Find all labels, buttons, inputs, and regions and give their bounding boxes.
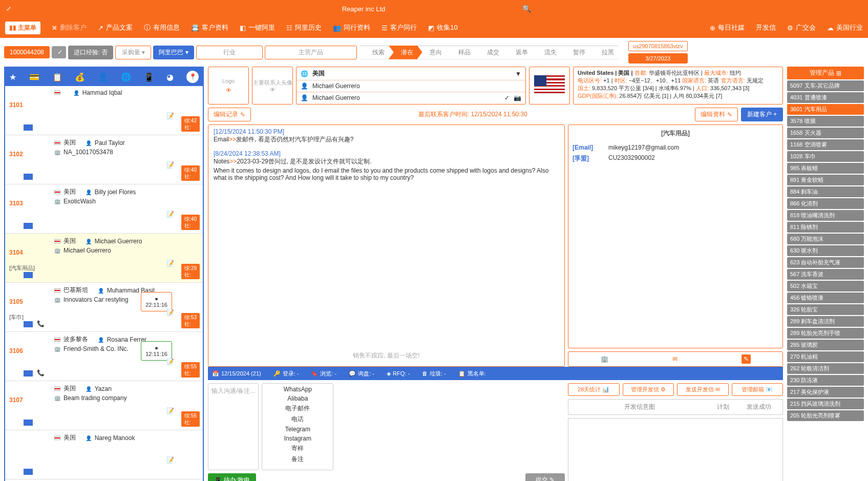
customer-entry[interactable]: 3101 Hammad Iqbal📝综:42社: bbox=[5, 86, 203, 135]
pipeline-stage[interactable]: 线索 bbox=[360, 46, 394, 59]
mail-icon[interactable] bbox=[24, 420, 33, 426]
globe-icon[interactable]: 🌐 bbox=[121, 72, 131, 82]
customer-entry[interactable]: 3107 美国 Yazan Beam trading company📝综:55社… bbox=[5, 381, 203, 430]
btn-send-dev[interactable]: 发送开发信 ✉ bbox=[677, 383, 729, 396]
product-item[interactable]: 3578 喷膜 bbox=[787, 116, 864, 127]
btn-manage-mail[interactable]: 管理邮箱 📧 bbox=[732, 383, 784, 396]
mail-icon[interactable]: ✉ bbox=[672, 355, 678, 363]
mail-icon[interactable] bbox=[24, 174, 33, 180]
mail-icon[interactable] bbox=[24, 370, 33, 377]
product-item[interactable]: 985 表板蜡 bbox=[787, 163, 864, 174]
product-item[interactable]: 205 轮胎光亮剂喷雾 bbox=[787, 410, 864, 421]
menu-ali[interactable]: ◧ 一键阿里 bbox=[240, 23, 275, 32]
filter-mainproduct[interactable]: 主营产品 bbox=[265, 46, 357, 59]
clipboard-icon[interactable]: 📋 bbox=[52, 72, 62, 82]
strip-login[interactable]: 🔑 登录: - bbox=[273, 370, 299, 378]
mail-icon[interactable] bbox=[24, 272, 33, 278]
strip-spam[interactable]: 🗑 垃圾: - bbox=[422, 370, 446, 378]
product-item[interactable]: 680 万能泡沫 bbox=[787, 234, 864, 244]
camera-icon[interactable]: 📷 bbox=[514, 94, 521, 101]
channel-option[interactable]: 电话 bbox=[264, 415, 331, 424]
building-icon[interactable]: 🏢 bbox=[601, 355, 608, 363]
mail-icon[interactable] bbox=[24, 321, 33, 327]
menu-collect[interactable]: ◩ 收集10 bbox=[428, 23, 457, 32]
star-icon[interactable]: ★ bbox=[9, 72, 16, 82]
product-item[interactable]: 1028 车巾 bbox=[787, 151, 864, 162]
note-icon[interactable]: 📝 bbox=[166, 358, 174, 365]
submit-button[interactable]: 提交 ✎ bbox=[525, 473, 565, 481]
product-item[interactable]: 285 玻璃胶 bbox=[787, 340, 864, 350]
customer-entry[interactable]: 美国 Nareg Manook📝 bbox=[5, 430, 203, 479]
strip-browse[interactable]: 🔖 浏览: - bbox=[311, 370, 336, 378]
phone-icon[interactable]: 📱 bbox=[144, 72, 154, 82]
channel-option[interactable]: Alibaba bbox=[264, 395, 331, 402]
product-item[interactable]: 230 防冻液 bbox=[787, 375, 864, 386]
channel-option[interactable]: 备注 bbox=[264, 455, 331, 464]
strip-inquiry[interactable]: 💬 询盘: - bbox=[349, 370, 374, 378]
product-item[interactable]: 630 驱水剂 bbox=[787, 245, 864, 256]
phone-icon[interactable]: 📞 bbox=[37, 320, 45, 327]
customer-entry[interactable]: 3104 美国 Michael Guerrero Michael Guerrer… bbox=[5, 234, 203, 283]
product-item[interactable]: 5097 叉车-其它品牌 bbox=[787, 80, 864, 91]
product-item[interactable]: 262 轮毂清洁剂 bbox=[787, 363, 864, 374]
strip-date[interactable]: 📅 12/15/2024 (21) bbox=[212, 370, 261, 377]
strip-rfq[interactable]: ◈ RFQ: - bbox=[387, 370, 410, 377]
menu-peer-cust[interactable]: ☰ 客户同行 bbox=[382, 23, 417, 32]
todo-button[interactable]: 📱 待办:致电 bbox=[208, 473, 256, 481]
phone-icon[interactable]: 📞 bbox=[37, 369, 45, 377]
channel-option[interactable]: Telegram bbox=[264, 426, 331, 433]
eye-icon[interactable]: 👁 bbox=[270, 87, 276, 93]
product-item[interactable]: 3601 汽车用品 bbox=[787, 104, 864, 115]
menu-daily[interactable]: ⊕ 每日社媒 bbox=[710, 23, 745, 32]
customer-entry[interactable]: 3102 美国 Paul Taylor NA_10017053478📝综:40社… bbox=[5, 135, 203, 184]
product-header[interactable]: 管理产品 ⊞ bbox=[787, 67, 864, 79]
main-menu-button[interactable]: ▮▮ 主菜单 bbox=[5, 22, 40, 34]
pie-icon[interactable]: ◕ bbox=[166, 72, 174, 82]
expand-icon[interactable]: ⤢ bbox=[6, 5, 11, 12]
note-icon[interactable]: 📝 bbox=[166, 260, 174, 267]
filter-purchase[interactable]: 采购量 ▾ bbox=[115, 46, 151, 59]
edit-icon[interactable]: ✎ bbox=[742, 354, 751, 364]
logo-box[interactable]: Logo👁 bbox=[208, 67, 249, 104]
card-icon[interactable]: 💳 bbox=[29, 72, 39, 82]
customer-entry[interactable]: 3105 巴基斯坦 Muhammad Basit Innovators Car … bbox=[5, 283, 203, 332]
menu-peer[interactable]: 👥 同行资料 bbox=[333, 23, 370, 32]
mail-icon[interactable] bbox=[24, 469, 33, 475]
eye-icon[interactable]: 👁 bbox=[226, 87, 231, 93]
location-icon[interactable]: 📍 bbox=[186, 71, 199, 83]
compose-input[interactable]: 输入沟通/备注... bbox=[208, 383, 259, 470]
filter-check[interactable]: ✓ bbox=[52, 46, 66, 58]
filter-industry[interactable]: 行业 bbox=[196, 46, 263, 59]
product-item[interactable]: 623 自动补胎充气液 bbox=[787, 257, 864, 268]
customer-entry[interactable]: 3106 波多黎各 Rosana Ferrer Friend-Smith & C… bbox=[5, 332, 203, 381]
check-icon[interactable]: ✓ bbox=[504, 94, 510, 101]
product-item[interactable]: 217 美化保护液 bbox=[787, 387, 864, 398]
product-item[interactable]: 1168 空清喷雾 bbox=[787, 139, 864, 150]
product-item[interactable]: 215 挡风玻璃清洗剂 bbox=[787, 399, 864, 409]
menu-info[interactable]: ⓘ 有用信息 bbox=[144, 23, 180, 32]
menu-delete[interactable]: ✖ 删除客户 bbox=[52, 23, 87, 32]
product-item[interactable]: 866 化清剂 bbox=[787, 198, 864, 209]
channel-option[interactable]: WhatsApp bbox=[264, 386, 331, 393]
note-icon[interactable]: 📝 bbox=[166, 112, 174, 119]
product-item[interactable]: 270 机油精 bbox=[787, 351, 864, 362]
note-icon[interactable]: 📝 bbox=[166, 407, 174, 414]
product-item[interactable]: 289 轮胎光亮剂手喷 bbox=[787, 328, 864, 339]
filter-code[interactable]: 1000044208 bbox=[4, 46, 50, 58]
strip-blacklist[interactable]: 📋 黑名单: bbox=[458, 370, 486, 378]
channel-option[interactable]: 电子邮件 bbox=[264, 404, 331, 413]
filter-source[interactable]: 阿里巴巴 ▾ bbox=[153, 46, 194, 59]
btn-manage-dev[interactable]: 管理开发信 ⚙ bbox=[623, 383, 674, 396]
menu-ali-history[interactable]: ☷ 阿里历史 bbox=[286, 23, 322, 32]
filter-icon[interactable]: ▼ bbox=[515, 70, 521, 77]
note-icon[interactable]: 📝 bbox=[166, 161, 174, 169]
note-icon[interactable]: 📝 bbox=[166, 211, 174, 218]
avatar-box[interactable]: 主要联系人头像👁 bbox=[252, 67, 293, 104]
note-icon[interactable]: 📝 bbox=[166, 456, 174, 464]
product-item[interactable]: 884 刹车油 bbox=[787, 186, 864, 197]
channel-option[interactable]: 寄样 bbox=[264, 444, 331, 453]
note-icon[interactable]: 📝 bbox=[166, 309, 174, 316]
mail-icon[interactable] bbox=[24, 124, 33, 131]
btn-28days[interactable]: 28天统计 📊 bbox=[568, 383, 620, 396]
menu-profile[interactable]: 📇 客户资料 bbox=[191, 23, 228, 32]
